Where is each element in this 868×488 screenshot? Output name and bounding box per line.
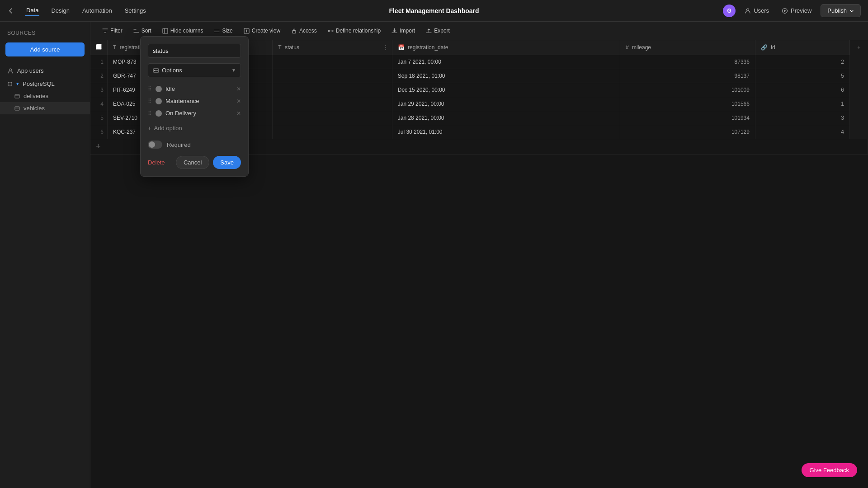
option-remove-button[interactable]: ✕: [236, 110, 241, 117]
option-name-label: Idle: [165, 85, 233, 92]
chevron-down-icon: ▼: [231, 68, 236, 73]
option-name-label: Maintenance: [165, 98, 233, 104]
required-row: Required: [148, 137, 241, 156]
drag-handle-icon[interactable]: ⠿: [148, 98, 152, 104]
option-color-dot[interactable]: [156, 110, 162, 117]
modal-footer: Delete Cancel Save: [148, 156, 241, 169]
add-option-label: Add option: [154, 125, 182, 131]
delete-button[interactable]: Delete: [148, 159, 165, 166]
cancel-button[interactable]: Cancel: [176, 156, 209, 169]
required-toggle[interactable]: [148, 141, 162, 149]
option-row: ⠿ Idle ✕: [148, 83, 241, 95]
option-remove-button[interactable]: ✕: [236, 86, 241, 92]
drag-handle-icon[interactable]: ⠿: [148, 86, 152, 92]
option-row: ⠿ On Delivery ✕: [148, 107, 241, 119]
modal-overlay: Options ▼ ⠿ Idle ✕ ⠿ Maintenance ✕ ⠿ On …: [0, 0, 868, 488]
svg-point-18: [154, 70, 156, 71]
field-type-label: Options: [153, 67, 182, 74]
option-name-label: On Delivery: [165, 110, 233, 117]
option-color-dot[interactable]: [156, 98, 162, 104]
toggle-knob: [149, 141, 155, 148]
add-option-button[interactable]: + Add option: [148, 123, 241, 137]
plus-icon: +: [148, 125, 151, 131]
field-type-selector[interactable]: Options ▼: [148, 63, 241, 77]
field-name-input[interactable]: [148, 44, 241, 58]
options-list: ⠿ Idle ✕ ⠿ Maintenance ✕ ⠿ On Delivery ✕: [148, 83, 241, 119]
required-label: Required: [167, 141, 191, 148]
type-label-text: Options: [162, 67, 182, 74]
drag-handle-icon[interactable]: ⠿: [148, 110, 152, 117]
option-row: ⠿ Maintenance ✕: [148, 95, 241, 107]
footer-buttons: Cancel Save: [176, 156, 241, 169]
option-color-dot[interactable]: [156, 86, 162, 92]
feedback-button[interactable]: Give Feedback: [802, 463, 857, 477]
option-remove-button[interactable]: ✕: [236, 98, 241, 104]
save-button[interactable]: Save: [213, 156, 241, 169]
field-edit-modal: Options ▼ ⠿ Idle ✕ ⠿ Maintenance ✕ ⠿ On …: [140, 36, 249, 177]
